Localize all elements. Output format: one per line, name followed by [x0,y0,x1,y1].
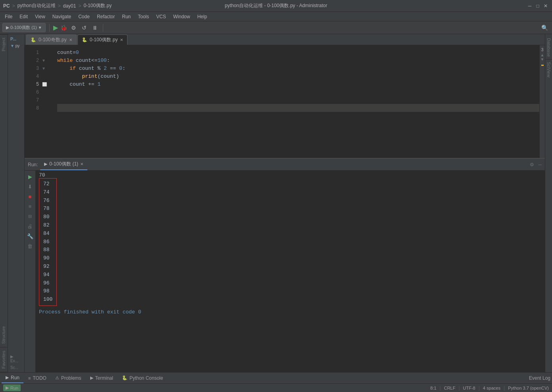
menu-run[interactable]: Run [119,13,134,20]
right-panel-tabs: Database SciView [545,34,552,372]
tab-run-bottom[interactable]: ▶ Run [2,373,23,383]
menu-bar: File Edit View Navigate Code Refactor Ru… [0,12,552,21]
menu-window[interactable]: Window [170,13,193,20]
python-console-label: Python Console [129,375,163,381]
output-num-72: 72 [43,180,52,188]
project-py-item[interactable]: ▼ py [9,43,23,49]
run-panel-gear-icon[interactable]: ⚙ [530,162,534,167]
clear-button[interactable]: 🗑 [26,242,35,250]
main-area: Project Structure Favorites P... ▼ py ▶ … [0,34,552,372]
tab-terminal[interactable]: ▶ Terminal [86,373,117,383]
status-position[interactable]: 8:1 [430,386,436,390]
scratches-item[interactable]: Sc... [9,365,23,371]
line-number-6: 6 [25,88,41,96]
tab-file-icon-even: 🐍 [82,37,87,42]
scroll-to-end-button[interactable]: ⬇ [26,182,35,191]
status-python-version[interactable]: Python 3.7 (openCV) [508,386,549,390]
print-button[interactable]: 🖨 [26,222,35,231]
search-everywhere-icon[interactable]: 🔍 [540,24,550,32]
process-finished-line: Process finished with exit code 0 [39,309,542,315]
annotation-count: 3 [540,47,544,53]
stop-button[interactable]: ■ [26,192,35,201]
run-output: 70 72 74 76 78 80 82 84 86 88 90 [36,171,545,372]
status-encoding[interactable]: UTF-8 [463,386,475,390]
ext-libraries-item[interactable]: ▶ Ex... [9,354,23,364]
maximize-button[interactable]: □ [535,3,541,9]
status-indent[interactable]: 4 spaces [483,386,500,390]
tab-odd-file[interactable]: 🐍 0-100奇数.py ✕ [26,35,77,45]
fold-marker-3[interactable]: ▼ [41,64,46,72]
problems-label: Problems [61,375,81,381]
menu-refactor[interactable]: Refactor [94,13,118,20]
output-num-82: 82 [43,221,52,230]
annotation-up-icon[interactable]: ▲ [540,53,544,57]
menu-navigate[interactable]: Navigate [49,13,74,20]
output-num-84: 84 [43,230,52,238]
tab-even-close[interactable]: ✕ [120,38,123,42]
code-line-4: print(count) [57,72,539,80]
run-tab-label: 0-100偶数 (1) [49,161,78,167]
run-tab[interactable]: ▶ 0-100偶数 (1) ✕ [40,159,87,170]
fold-console-lines-button[interactable]: ⊟ [26,212,35,221]
event-log-button[interactable]: Event Log [529,375,550,381]
tab-python-console[interactable]: 🐍 Python Console [118,373,167,383]
menu-code[interactable]: Code [75,13,93,20]
fold-marker-2[interactable]: ▼ [41,56,46,64]
run-tab-close[interactable]: ✕ [80,162,83,166]
status-run-icon: ▶ [6,385,9,390]
terminal-label: Terminal [95,375,113,381]
run-with-coverage-button[interactable]: ⚙ [69,24,78,32]
output-num-100: 100 [43,296,52,304]
tab-problems[interactable]: ⚠ Problems [51,373,85,383]
editor-annotation-bar: 3 ▲ ▼ [539,45,545,158]
menu-edit[interactable]: Edit [16,13,31,20]
tab-odd-close[interactable]: ✕ [69,38,72,42]
annotation-down-icon[interactable]: ▼ [540,57,544,61]
sciview-panel-toggle[interactable]: SciView [545,60,552,80]
tab-todo[interactable]: ≡ TODO [24,373,50,383]
project-panel-toggle[interactable]: Project [0,34,8,54]
menu-view[interactable]: View [32,13,48,20]
run-tab-icon: ▶ [44,161,47,167]
todo-icon: ≡ [28,376,31,380]
close-button[interactable]: ✕ [542,3,549,9]
run-config-icon: ▶ [6,25,9,30]
code-editor[interactable]: 1 2 ▼ 3 ▼ 4 5 [25,45,545,158]
output-num-96: 96 [43,279,52,288]
run-config-button[interactable]: ▶ 0-100偶数 (1) ▼ [2,23,46,32]
project-label[interactable]: P... [9,36,23,42]
tab-even-file[interactable]: 🐍 0-100偶数.py ✕ [77,35,128,45]
run-config-dropdown-icon: ▼ [38,25,42,30]
run-panel-minimize-icon[interactable]: ─ [538,162,542,167]
title-bar-controls: ─ □ ✕ [527,3,549,9]
tab-file-icon-odd: 🐍 [31,37,36,42]
menu-vcs[interactable]: VCS [153,13,169,20]
structure-panel-toggle[interactable]: Structure [0,323,8,348]
bottom-tab-bar: ▶ Run ≡ TODO ⚠ Problems ▶ Terminal 🐍 Pyt… [0,372,552,383]
minimize-button[interactable]: ─ [527,3,533,9]
database-panel-toggle[interactable]: Database [545,36,552,60]
run-button[interactable]: ▶ [53,24,58,31]
settings-button[interactable]: 🔧 [26,232,35,240]
output-num-88: 88 [43,246,52,254]
debug-button[interactable]: 🐞 [60,25,67,31]
window-title: python自动化运维 - 0-100偶数.py - Administrator [225,2,327,9]
menu-help[interactable]: Help [194,13,210,20]
profile-button[interactable]: ↺ [80,24,88,32]
menu-file[interactable]: File [2,13,15,20]
output-num-98: 98 [43,287,52,296]
run-bottom-icon: ▶ [6,375,9,380]
menu-tools[interactable]: Tools [135,13,152,20]
project-tree-panel: P... ▼ py ▶ Ex... Sc... [8,34,25,372]
line-number-3: 3 [25,64,41,72]
title-bar-left: PC > python自动化运维 > day01 > 0-100偶数.py [3,2,112,9]
title-bar: PC > python自动化运维 > day01 > 0-100偶数.py py… [0,0,552,12]
gutter-line-5: 5 ⬜ [25,80,52,88]
rerun-button[interactable]: ▶ [26,172,35,181]
status-line-ending[interactable]: CRLF [444,386,455,390]
code-content[interactable]: count=0 while count<=100: if count % 2 =… [52,45,539,158]
favorites-panel-toggle[interactable]: Favorites [0,348,8,372]
soft-wrap-button[interactable]: ≡ [26,202,35,211]
status-run-button[interactable]: ▶ Run [3,384,21,391]
pause-button[interactable]: ⏸ [91,24,99,32]
